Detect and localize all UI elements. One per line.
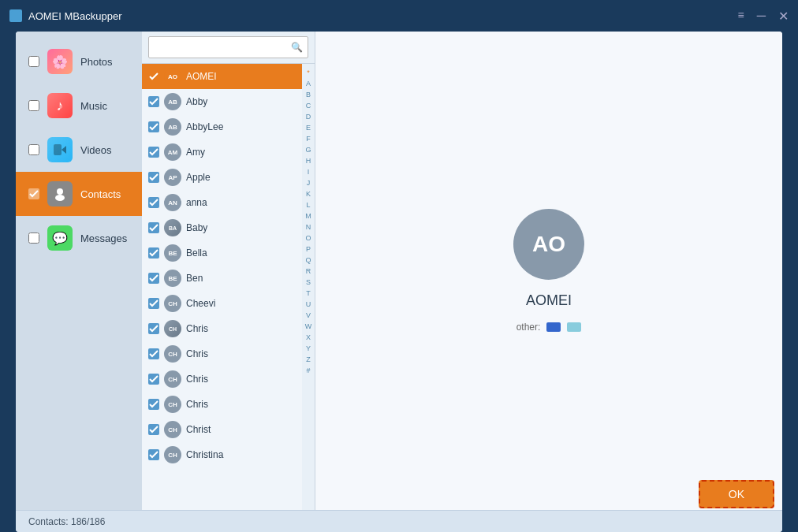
contact-item[interactable]: CHChris (142, 341, 302, 366)
contact-checkbox[interactable] (148, 96, 159, 107)
contact-name: Apple (186, 172, 296, 183)
contact-item[interactable]: ABAbbyLee (142, 114, 302, 140)
alpha-letter[interactable]: * (307, 67, 310, 78)
alpha-letter[interactable]: C (306, 100, 311, 111)
contact-item[interactable]: CHChrist (142, 417, 302, 442)
contacts-icon (47, 181, 73, 206)
main-content: 🌸 Photos ♪ Music Videos (16, 32, 782, 510)
search-icon: 🔍 (291, 42, 303, 53)
contact-avatar: CH (164, 396, 181, 413)
alpha-letter[interactable]: O (305, 233, 311, 244)
contact-item[interactable]: ANanna (142, 190, 302, 215)
contact-item[interactable]: CHChris (142, 392, 302, 417)
sidebar-item-contacts[interactable]: Contacts (16, 172, 142, 216)
contact-name: Ben (186, 273, 296, 284)
photos-checkbox[interactable] (28, 56, 39, 67)
contact-item[interactable]: CHCheevi (142, 291, 302, 316)
alpha-letter[interactable]: J (307, 177, 311, 188)
alpha-letter[interactable]: F (306, 133, 311, 144)
contact-checkbox[interactable] (148, 197, 159, 208)
contact-checkbox[interactable] (148, 121, 159, 132)
contact-avatar: AN (164, 194, 181, 211)
alpha-letter[interactable]: G (305, 144, 311, 155)
contact-checkbox[interactable] (148, 298, 159, 309)
contact-checkbox[interactable] (148, 147, 159, 158)
videos-checkbox[interactable] (28, 144, 39, 155)
alpha-letter[interactable]: N (306, 221, 311, 233)
sidebar-item-music[interactable]: ♪ Music (16, 84, 142, 128)
detail-pane: AO AOMEI other: (315, 32, 782, 510)
status-text: Contacts: 186/186 (28, 516, 105, 527)
alpha-letter[interactable]: R (306, 266, 311, 277)
contact-checkbox[interactable] (148, 323, 159, 334)
search-input[interactable] (154, 39, 291, 56)
contact-checkbox[interactable] (148, 374, 159, 385)
alpha-letter[interactable]: S (306, 277, 311, 288)
sidebar-item-videos[interactable]: Videos (16, 128, 142, 172)
window-controls: ≡ ─ ✕ (737, 9, 789, 24)
alpha-letter[interactable]: P (306, 244, 311, 255)
alpha-letter[interactable]: X (306, 332, 311, 343)
contact-checkbox[interactable] (148, 348, 159, 359)
contact-item[interactable]: AMAmy (142, 140, 302, 165)
alpha-letter[interactable]: Z (306, 354, 311, 365)
music-checkbox[interactable] (28, 100, 39, 111)
alpha-letter[interactable]: V (306, 310, 311, 321)
contact-checkbox[interactable] (148, 247, 159, 259)
minimize-button[interactable]: ─ (757, 9, 766, 24)
contact-name: Chris (186, 323, 296, 334)
alpha-letter[interactable]: K (306, 188, 311, 199)
music-label: Music (80, 100, 107, 112)
alpha-letter[interactable]: Y (306, 343, 311, 354)
contact-item[interactable]: ABAbby (142, 89, 302, 114)
contact-checkbox[interactable] (148, 71, 159, 82)
sidebar: 🌸 Photos ♪ Music Videos (16, 32, 142, 510)
alpha-letter[interactable]: I (308, 166, 310, 177)
alpha-letter[interactable]: U (306, 299, 311, 310)
contact-checkbox[interactable] (148, 399, 159, 410)
contact-name: Bella (186, 247, 296, 259)
alpha-letter[interactable]: # (306, 365, 310, 376)
photos-icon: 🌸 (47, 49, 73, 74)
contact-avatar: AB (164, 118, 181, 136)
contact-list-area: AOAOMEIABAbbyABAbbyLeeAMAmyAPAppleANanna… (142, 64, 315, 510)
alpha-letter[interactable]: W (305, 321, 312, 332)
messages-checkbox[interactable] (28, 233, 39, 244)
alpha-letter[interactable]: L (306, 199, 310, 210)
contact-item[interactable]: BEBen (142, 266, 302, 291)
contact-checkbox[interactable] (148, 424, 159, 435)
contact-checkbox[interactable] (148, 449, 159, 460)
app-container: 🌸 Photos ♪ Music Videos (16, 32, 782, 532)
contact-item[interactable]: APApple (142, 165, 302, 190)
alpha-letter[interactable]: H (306, 155, 311, 166)
alpha-letter[interactable]: T (306, 288, 311, 299)
contact-checkbox[interactable] (148, 172, 159, 183)
sidebar-item-messages[interactable]: 💬 Messages (16, 216, 142, 260)
close-button[interactable]: ✕ (778, 9, 789, 24)
contact-item[interactable]: CHChristina (142, 442, 302, 467)
alpha-letter[interactable]: D (306, 111, 311, 122)
color-dot-2 (567, 322, 581, 332)
contact-checkbox[interactable] (148, 273, 159, 284)
list-view-icon[interactable]: ≡ (737, 9, 744, 24)
videos-icon (47, 137, 73, 162)
contact-name: Amy (186, 147, 296, 158)
contact-item[interactable]: BABaby (142, 215, 302, 240)
contact-item[interactable]: CHChris (142, 366, 302, 392)
contact-avatar: AP (164, 169, 181, 186)
svg-rect-1 (54, 144, 62, 155)
contact-avatar: AB (164, 93, 181, 110)
ok-button[interactable]: OK (699, 480, 774, 508)
alpha-letter[interactable]: B (306, 89, 311, 100)
alpha-letter[interactable]: A (306, 78, 311, 89)
detail-initials: AO (532, 232, 565, 257)
alpha-letter[interactable]: M (305, 210, 311, 221)
contact-name: Abby (186, 96, 296, 107)
contact-checkbox[interactable] (148, 222, 159, 233)
sidebar-item-photos[interactable]: 🌸 Photos (16, 39, 142, 84)
contact-item[interactable]: BEBella (142, 240, 302, 266)
alpha-letter[interactable]: E (306, 122, 311, 133)
contact-item[interactable]: AOAOMEI (142, 64, 302, 89)
contact-item[interactable]: CHChris (142, 316, 302, 341)
alpha-letter[interactable]: Q (305, 255, 311, 266)
